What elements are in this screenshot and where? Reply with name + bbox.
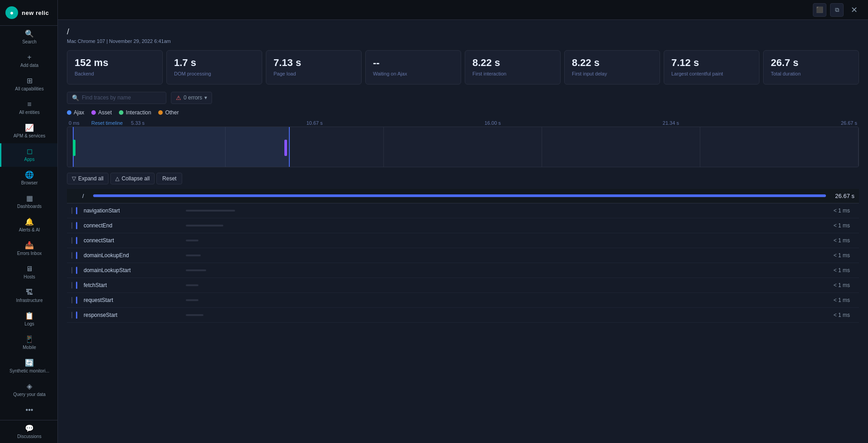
collapse-label: Collapse all	[122, 175, 150, 182]
table-row[interactable]: requestStart < 1 ms	[67, 293, 859, 308]
legend-label-asset: Asset	[98, 109, 112, 116]
logo: ● new relic	[0, 0, 57, 26]
legend-dot-interaction	[119, 110, 123, 115]
expand-all-button[interactable]: ▽ Expand all	[67, 173, 108, 184]
sidebar-item-hosts[interactable]: 🖥 Hosts	[0, 261, 57, 284]
trace-list: / 26.67 s navigationStart < 1 ms connect…	[67, 189, 859, 323]
legend-item-other[interactable]: Other	[158, 109, 179, 116]
sidebar-item-logs[interactable]: 📋 Logs	[0, 308, 57, 331]
sidebar-icon-synthetic: 🔄	[25, 359, 34, 367]
trace-bar-area	[186, 206, 816, 215]
breadcrumb: /	[67, 27, 859, 37]
trace-rows: navigationStart < 1 ms connectEnd < 1 ms…	[67, 203, 859, 323]
timeline-tick: 21.34 s	[663, 120, 679, 126]
errors-filter[interactable]: ⚠ 0 errors ▾	[171, 92, 212, 104]
metric-card-first-interaction: 8.22 s First interaction	[465, 50, 561, 85]
metric-value-waiting-ajax: --	[373, 57, 453, 69]
reset-button[interactable]: Reset	[156, 173, 182, 184]
table-row[interactable]: responseStart < 1 ms	[67, 308, 859, 323]
table-row[interactable]: connectStart < 1 ms	[67, 233, 859, 248]
sidebar-item-apm[interactable]: 📈 APM & services	[0, 120, 57, 143]
reset-timeline-link[interactable]: Reset timeline	[91, 120, 123, 126]
legend-item-ajax[interactable]: Ajax	[67, 109, 84, 116]
sidebar-item-dashboards[interactable]: ▦ Dashboards	[0, 190, 57, 214]
sidebar-icon-infrastructure: 🏗	[26, 289, 33, 296]
timeline-bar-end	[284, 140, 287, 156]
sidebar-icon-add-data: +	[27, 54, 31, 61]
tick-mark	[71, 222, 72, 229]
collapse-all-button[interactable]: △ Collapse all	[110, 173, 155, 184]
sidebar-icon-query: ◈	[27, 383, 32, 390]
sidebar-icon-apps: ◻	[27, 148, 33, 155]
errors-chevron: ▾	[204, 94, 207, 101]
edit-icon: ⬛	[816, 6, 823, 13]
search-input[interactable]	[82, 94, 161, 101]
sidebar-label-infrastructure: Infrastructure	[16, 298, 43, 303]
trace-row-name: connectStart	[84, 237, 183, 244]
metric-card-dom: 1.7 s DOM processing	[166, 50, 262, 85]
sidebar-item-discussions[interactable]: 💬 Discussions	[0, 420, 57, 443]
table-row[interactable]: domainLookupEnd < 1 ms	[67, 248, 859, 263]
sidebar-icon-hosts: 🖥	[26, 265, 33, 273]
trace-color-bar	[76, 297, 77, 304]
sidebar-item-all-entities[interactable]: ≡ All entities	[0, 96, 57, 120]
errors-icon: ⚠	[176, 94, 181, 101]
sidebar-item-query[interactable]: ◈ Query your data	[0, 378, 57, 402]
sidebar-icon-discussions: 💬	[25, 425, 34, 432]
sidebar-icon-search: 🔍	[25, 30, 34, 38]
sidebar-item-browser[interactable]: 🌐 Browser	[0, 167, 57, 190]
trace-color-bar	[76, 237, 77, 244]
table-row[interactable]: domainLookupStart < 1 ms	[67, 263, 859, 278]
search-box[interactable]: 🔍	[67, 92, 166, 104]
edit-button[interactable]: ⬛	[813, 3, 826, 17]
trace-row-duration: < 1 ms	[818, 252, 854, 259]
trace-row-duration: < 1 ms	[818, 312, 854, 318]
tick-mark	[71, 207, 72, 214]
table-row[interactable]: fetchStart < 1 ms	[67, 278, 859, 293]
action-row: ▽ Expand all △ Collapse all Reset	[67, 173, 859, 184]
sidebar-item-all-capabilities[interactable]: ⊞ All capabilities	[0, 73, 57, 96]
sidebar-label-search: Search	[22, 39, 37, 45]
sidebar-item-more[interactable]: •••	[0, 402, 57, 420]
main-area: ⬛ ⧉ ✕ / Mac Chrome 107 | November 29, 20…	[58, 0, 868, 443]
timeline-ticks: 5.33 s10.67 s16.00 s21.34 s26.67 s	[131, 120, 857, 126]
sidebar-item-apps[interactable]: ◻ Apps	[0, 143, 57, 167]
sidebar-item-infrastructure[interactable]: 🏗 Infrastructure	[0, 284, 57, 308]
sidebar-icon-mobile: 📱	[25, 336, 34, 343]
copy-button[interactable]: ⧉	[830, 3, 844, 17]
sidebar-item-add-data[interactable]: + Add data	[0, 49, 57, 73]
logo-text: new relic	[22, 9, 49, 16]
sidebar-item-mobile[interactable]: 📱 Mobile	[0, 331, 57, 355]
sidebar-label-apm: APM & services	[14, 133, 46, 139]
sidebar-icon-errors-inbox: 📥	[25, 242, 34, 249]
close-button[interactable]: ✕	[847, 3, 861, 17]
page-subtitle: Mac Chrome 107 | November 29, 2022 6:41a…	[67, 38, 859, 44]
sidebar: ● new relic 🔍 Search + Add data ⊞ All ca…	[0, 0, 58, 443]
legend-item-interaction[interactable]: Interaction	[119, 109, 151, 116]
metric-value-dom: 1.7 s	[174, 57, 255, 69]
timeline-chart[interactable]	[67, 127, 859, 167]
metric-label-total-duration: Total duration	[771, 71, 851, 77]
legend-item-asset[interactable]: Asset	[91, 109, 112, 116]
trace-row-name: fetchStart	[84, 282, 183, 288]
expand-label: Expand all	[78, 175, 104, 182]
timeline-zero: 0 ms	[69, 120, 87, 126]
timeline-tick: 26.67 s	[841, 120, 857, 126]
trace-header-duration: 26.67 s	[835, 193, 854, 199]
trace-color-bar	[76, 282, 77, 289]
sidebar-item-alerts[interactable]: 🔔 Alerts & AI	[0, 214, 57, 237]
tick-mark	[71, 312, 72, 318]
sidebar-item-errors-inbox[interactable]: 📥 Errors Inbox	[0, 237, 57, 261]
table-row[interactable]: navigationStart < 1 ms	[67, 203, 859, 218]
trace-row-name: navigationStart	[84, 207, 183, 214]
trace-row-name: domainLookupEnd	[84, 252, 183, 259]
metrics-row: 152 ms Backend 1.7 s DOM processing 7.13…	[67, 50, 859, 85]
table-row[interactable]: connectEnd < 1 ms	[67, 218, 859, 233]
device-info: Mac Chrome 107	[67, 38, 105, 44]
trace-bar-area	[186, 251, 816, 260]
legend-label-ajax: Ajax	[74, 109, 84, 116]
legend-label-other: Other	[165, 109, 179, 116]
sidebar-item-synthetic[interactable]: 🔄 Synthetic monitori...	[0, 355, 57, 378]
metric-label-first-interaction: First interaction	[472, 71, 553, 77]
sidebar-item-search[interactable]: 🔍 Search	[0, 26, 57, 49]
